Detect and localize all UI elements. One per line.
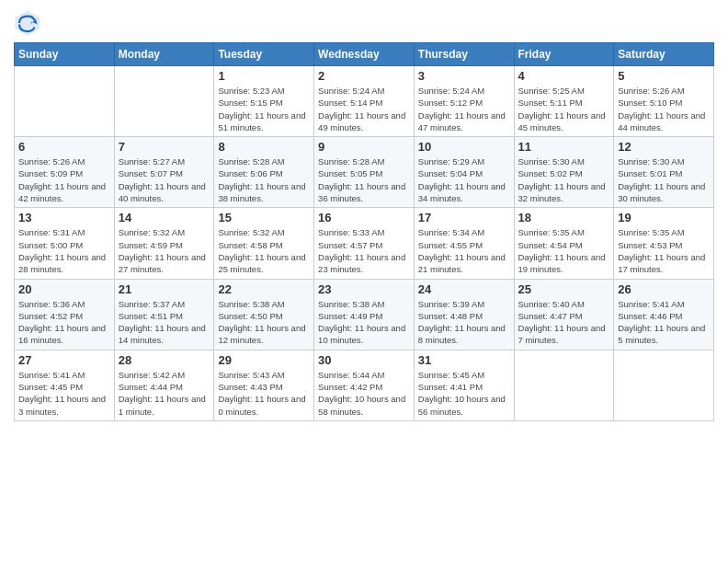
day-number: 6 xyxy=(18,140,110,154)
day-number: 10 xyxy=(418,140,510,154)
day-info: Sunrise: 5:29 AM Sunset: 5:04 PM Dayligh… xyxy=(418,155,510,204)
day-number: 21 xyxy=(119,282,210,296)
day-info: Sunrise: 5:30 AM Sunset: 5:01 PM Dayligh… xyxy=(618,155,710,204)
day-number: 13 xyxy=(18,211,110,224)
calendar-cell: 4Sunrise: 5:25 AM Sunset: 5:11 PM Daylig… xyxy=(514,66,614,137)
day-number: 9 xyxy=(318,140,410,154)
day-number: 16 xyxy=(318,211,410,224)
day-info: Sunrise: 5:24 AM Sunset: 5:12 PM Dayligh… xyxy=(418,85,510,133)
day-info: Sunrise: 5:25 AM Sunset: 5:11 PM Dayligh… xyxy=(518,85,610,133)
calendar-cell xyxy=(614,350,714,420)
day-of-week-header: Sunday xyxy=(15,43,115,66)
day-of-week-header: Thursday xyxy=(414,43,514,66)
page: SundayMondayTuesdayWednesdayThursdayFrid… xyxy=(0,0,728,435)
calendar-cell: 27Sunrise: 5:41 AM Sunset: 4:45 PM Dayli… xyxy=(15,350,115,420)
calendar-header-row: SundayMondayTuesdayWednesdayThursdayFrid… xyxy=(15,43,714,66)
calendar-cell: 11Sunrise: 5:30 AM Sunset: 5:02 PM Dayli… xyxy=(514,137,614,208)
day-info: Sunrise: 5:27 AM Sunset: 5:07 PM Dayligh… xyxy=(119,155,210,204)
day-number: 28 xyxy=(119,353,210,367)
calendar-week-row: 13Sunrise: 5:31 AM Sunset: 5:00 PM Dayli… xyxy=(15,208,714,279)
calendar-cell: 28Sunrise: 5:42 AM Sunset: 4:44 PM Dayli… xyxy=(114,350,214,420)
day-info: Sunrise: 5:35 AM Sunset: 4:53 PM Dayligh… xyxy=(618,226,710,275)
day-info: Sunrise: 5:26 AM Sunset: 5:09 PM Dayligh… xyxy=(18,155,110,204)
calendar-week-row: 20Sunrise: 5:36 AM Sunset: 4:52 PM Dayli… xyxy=(15,279,714,350)
calendar-cell: 9Sunrise: 5:28 AM Sunset: 5:05 PM Daylig… xyxy=(314,137,415,208)
calendar-cell: 26Sunrise: 5:41 AM Sunset: 4:46 PM Dayli… xyxy=(614,279,714,350)
day-info: Sunrise: 5:32 AM Sunset: 4:58 PM Dayligh… xyxy=(218,226,310,275)
calendar-cell xyxy=(514,350,614,420)
calendar-cell: 30Sunrise: 5:44 AM Sunset: 4:42 PM Dayli… xyxy=(314,350,415,420)
day-info: Sunrise: 5:23 AM Sunset: 5:15 PM Dayligh… xyxy=(218,85,310,133)
day-number: 27 xyxy=(18,353,110,367)
day-info: Sunrise: 5:28 AM Sunset: 5:06 PM Dayligh… xyxy=(218,155,310,204)
calendar-cell: 7Sunrise: 5:27 AM Sunset: 5:07 PM Daylig… xyxy=(114,137,214,208)
day-info: Sunrise: 5:40 AM Sunset: 4:47 PM Dayligh… xyxy=(518,298,610,347)
calendar-cell: 31Sunrise: 5:45 AM Sunset: 4:41 PM Dayli… xyxy=(414,350,514,420)
day-number: 23 xyxy=(318,282,410,296)
day-info: Sunrise: 5:38 AM Sunset: 4:50 PM Dayligh… xyxy=(218,298,310,347)
day-number: 4 xyxy=(518,69,610,83)
day-info: Sunrise: 5:44 AM Sunset: 4:42 PM Dayligh… xyxy=(318,369,410,418)
calendar-cell: 22Sunrise: 5:38 AM Sunset: 4:50 PM Dayli… xyxy=(214,279,314,350)
day-number: 29 xyxy=(218,353,310,367)
day-info: Sunrise: 5:31 AM Sunset: 5:00 PM Dayligh… xyxy=(18,226,110,275)
day-number: 3 xyxy=(418,69,510,83)
day-info: Sunrise: 5:35 AM Sunset: 4:54 PM Dayligh… xyxy=(518,226,610,275)
day-number: 25 xyxy=(518,282,610,296)
calendar-cell xyxy=(15,66,115,137)
day-of-week-header: Friday xyxy=(514,43,614,66)
day-info: Sunrise: 5:26 AM Sunset: 5:10 PM Dayligh… xyxy=(618,85,710,133)
day-info: Sunrise: 5:39 AM Sunset: 4:48 PM Dayligh… xyxy=(418,298,510,347)
calendar-cell: 12Sunrise: 5:30 AM Sunset: 5:01 PM Dayli… xyxy=(614,137,714,208)
day-info: Sunrise: 5:37 AM Sunset: 4:51 PM Dayligh… xyxy=(119,298,210,347)
day-of-week-header: Monday xyxy=(114,43,214,66)
day-number: 17 xyxy=(418,211,510,224)
calendar-cell: 14Sunrise: 5:32 AM Sunset: 4:59 PM Dayli… xyxy=(114,208,214,279)
day-info: Sunrise: 5:33 AM Sunset: 4:57 PM Dayligh… xyxy=(318,226,410,275)
calendar-cell: 3Sunrise: 5:24 AM Sunset: 5:12 PM Daylig… xyxy=(414,66,514,137)
day-info: Sunrise: 5:34 AM Sunset: 4:55 PM Dayligh… xyxy=(418,226,510,275)
calendar-cell: 17Sunrise: 5:34 AM Sunset: 4:55 PM Dayli… xyxy=(414,208,514,279)
day-number: 15 xyxy=(218,211,310,224)
calendar-cell: 2Sunrise: 5:24 AM Sunset: 5:14 PM Daylig… xyxy=(314,66,415,137)
day-number: 14 xyxy=(119,211,210,224)
calendar-table: SundayMondayTuesdayWednesdayThursdayFrid… xyxy=(14,42,714,421)
logo xyxy=(14,9,45,37)
day-of-week-header: Wednesday xyxy=(314,43,415,66)
day-number: 1 xyxy=(218,69,310,83)
calendar-cell: 23Sunrise: 5:38 AM Sunset: 4:49 PM Dayli… xyxy=(314,279,415,350)
calendar-week-row: 27Sunrise: 5:41 AM Sunset: 4:45 PM Dayli… xyxy=(15,350,714,420)
calendar-cell: 5Sunrise: 5:26 AM Sunset: 5:10 PM Daylig… xyxy=(614,66,714,137)
calendar-cell: 13Sunrise: 5:31 AM Sunset: 5:00 PM Dayli… xyxy=(15,208,115,279)
calendar-cell: 24Sunrise: 5:39 AM Sunset: 4:48 PM Dayli… xyxy=(414,279,514,350)
day-info: Sunrise: 5:28 AM Sunset: 5:05 PM Dayligh… xyxy=(318,155,410,204)
day-info: Sunrise: 5:36 AM Sunset: 4:52 PM Dayligh… xyxy=(18,298,110,347)
day-info: Sunrise: 5:24 AM Sunset: 5:14 PM Dayligh… xyxy=(318,85,410,133)
day-of-week-header: Saturday xyxy=(614,43,714,66)
day-of-week-header: Tuesday xyxy=(214,43,314,66)
day-info: Sunrise: 5:45 AM Sunset: 4:41 PM Dayligh… xyxy=(418,369,510,418)
day-info: Sunrise: 5:30 AM Sunset: 5:02 PM Dayligh… xyxy=(518,155,610,204)
header xyxy=(14,9,714,37)
day-number: 19 xyxy=(618,211,710,224)
day-number: 22 xyxy=(218,282,310,296)
calendar-cell: 6Sunrise: 5:26 AM Sunset: 5:09 PM Daylig… xyxy=(15,137,115,208)
day-number: 5 xyxy=(618,69,710,83)
calendar-cell: 18Sunrise: 5:35 AM Sunset: 4:54 PM Dayli… xyxy=(514,208,614,279)
day-number: 20 xyxy=(18,282,110,296)
logo-icon xyxy=(14,9,41,37)
calendar-cell: 16Sunrise: 5:33 AM Sunset: 4:57 PM Dayli… xyxy=(314,208,415,279)
day-number: 24 xyxy=(418,282,510,296)
calendar-week-row: 6Sunrise: 5:26 AM Sunset: 5:09 PM Daylig… xyxy=(15,137,714,208)
day-number: 31 xyxy=(418,353,510,367)
calendar-cell xyxy=(114,66,214,137)
day-number: 26 xyxy=(618,282,710,296)
day-number: 8 xyxy=(218,140,310,154)
calendar-cell: 1Sunrise: 5:23 AM Sunset: 5:15 PM Daylig… xyxy=(214,66,314,137)
day-info: Sunrise: 5:38 AM Sunset: 4:49 PM Dayligh… xyxy=(318,298,410,347)
day-info: Sunrise: 5:43 AM Sunset: 4:43 PM Dayligh… xyxy=(218,369,310,418)
day-number: 18 xyxy=(518,211,610,224)
day-number: 7 xyxy=(119,140,210,154)
day-info: Sunrise: 5:41 AM Sunset: 4:46 PM Dayligh… xyxy=(618,298,710,347)
calendar-week-row: 1Sunrise: 5:23 AM Sunset: 5:15 PM Daylig… xyxy=(15,66,714,137)
